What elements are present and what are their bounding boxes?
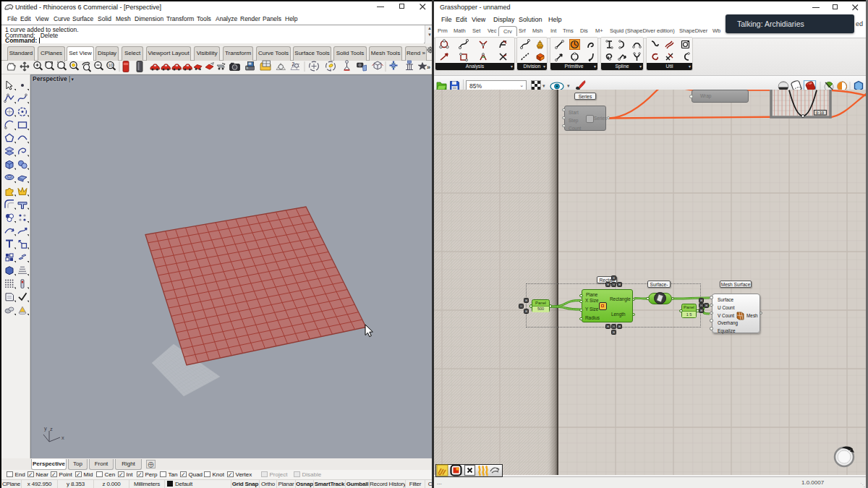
svg-text:x: x [61,435,64,441]
svg-text:y: y [44,425,47,432]
svg-text:z: z [50,426,53,432]
svg-text:0:10: 0:10 [816,111,824,115]
